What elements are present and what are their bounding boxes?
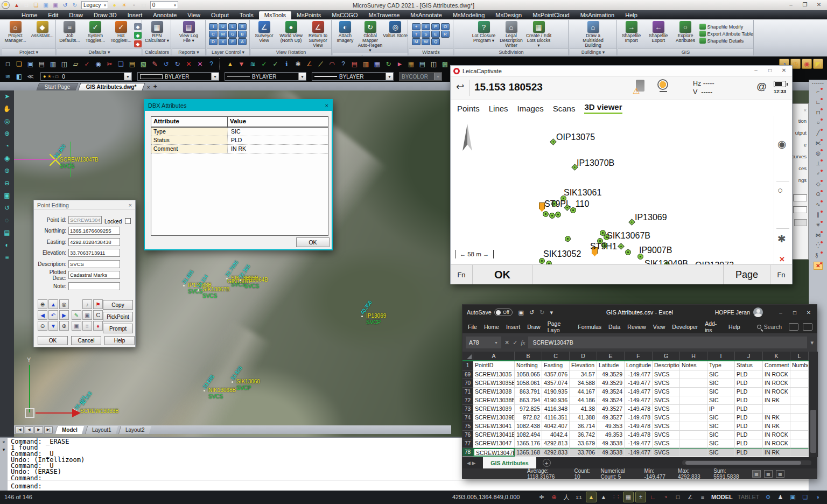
leica-tab-3d-viewer[interactable]: 3D viewer [584,102,622,114]
pencil-icon[interactable]: ✎ [72,310,81,320]
fx-icon[interactable]: fx [521,339,525,346]
excel-menu-help[interactable]: Help [728,324,740,330]
tool-icon-wizards-s[interactable]: S [422,31,430,38]
zoom-out-icon[interactable]: ⊖ [38,321,47,331]
undo-icon[interactable]: ↶ [48,310,58,320]
snap-apparent-int-icon[interactable]: ○ [814,118,823,127]
settings-gear-icon[interactable]: ✱ [293,59,303,69]
zoom-in-icon[interactable]: ⊕ [59,321,69,331]
ribbon-tab-home[interactable]: Home [16,11,43,19]
snap-midpoint-icon[interactable]: ∟ [814,98,823,106]
query-icon[interactable]: ? [338,59,348,69]
input-note[interactable] [68,282,120,290]
tool-icon-layer-control-x[interactable]: X [219,38,227,45]
pan-left-icon[interactable]: ◀ [38,310,47,320]
minimize-button[interactable]: – [774,305,788,320]
layout-nav-last-icon[interactable]: ▶| [44,426,53,433]
snap-insert-icon[interactable]: ◇ [814,180,823,188]
ribbon-tab-draw[interactable]: Draw [64,11,88,19]
ribbon-group-label[interactable]: Defaults ▾ [57,48,142,55]
ribbon-group-label[interactable]: Wizards [409,48,453,55]
named-views-icon[interactable]: ▤ [4,229,10,236]
new-file-icon[interactable]: □ [3,59,13,69]
fn-right-key[interactable]: Fn [770,271,792,279]
snap-from-icon[interactable]: ✳ [814,221,823,229]
input-plotted-desc[interactable]: Cadastral Marks [68,271,120,279]
layer-prev-icon[interactable]: ◧ [14,72,24,82]
leica-tab-points[interactable]: Points [457,104,480,113]
status-icon-7[interactable]: ▦ [623,492,634,502]
survey-point-marker[interactable] [555,212,561,218]
table-row-72[interactable]: 72SCREW13038B863.7944190.93644.18649.352… [462,396,809,405]
excel-menu-add-ins[interactable]: Add-ins [705,320,721,333]
leica-tab-images[interactable]: Images [517,104,544,113]
ribbon-button-view-log-file[interactable]: ▤View Log File ▾ [176,21,202,43]
ribbon-tab-mspointcloud[interactable]: MsPointCloud [527,11,574,19]
fn-left-key[interactable]: Fn [451,271,472,279]
locked-checkbox[interactable] [125,218,131,224]
tool-icon-layer-control-m[interactable]: M [219,31,227,38]
globe-icon[interactable]: ◆ [134,32,142,39]
camera-icon[interactable]: ▣ [72,321,81,331]
layer-states-icon[interactable]: ≋ [3,72,13,82]
status-icon-9[interactable]: ∟ [648,492,658,502]
command-input[interactable]: Command: [8,480,827,492]
excel-horizontal-scrollbar[interactable] [682,460,811,465]
doc-tab-gis-attributes-dwg[interactable]: GIS Attributes.dwg* [78,83,145,90]
sheet-tab-gis-attributes[interactable]: GIS Attributes [483,457,536,468]
survey-point-marker[interactable] [543,211,549,217]
snap-tangent-icon[interactable]: ◎ [814,149,823,157]
ribbon-button-hot-toggles[interactable]: ✓Hot Toggles!... [108,21,134,43]
copy-button[interactable]: Copy [103,300,133,310]
speaker-icon[interactable]: ♪ [82,299,92,309]
color-dropdown[interactable]: BYLAYER▼ [137,72,219,81]
tool-icon-wizards-[interactable]: # [422,23,430,30]
survey-point-marker[interactable] [549,213,555,219]
redo-icon[interactable]: ↻ [71,1,79,9]
compass-icon[interactable]: ◆ [134,40,142,47]
draw-arc-icon[interactable]: ◠ [327,59,337,69]
tables-icon[interactable]: ▤ [417,59,427,69]
page-key[interactable]: Page [724,269,770,281]
point-slope-icon[interactable]: ≋ [248,59,258,69]
photo-icon[interactable]: ▣ [82,310,92,320]
survey-point-marker[interactable] [618,243,625,250]
ribbon-button-world-view-north-up[interactable]: ●World View (North Up) [278,21,304,43]
excel-menu-formulas[interactable]: Formulas [578,324,601,330]
layout-nav-next-icon[interactable]: ▶ [34,426,43,433]
pickpoint-button[interactable]: PickPoint [103,312,133,321]
tool-icon-layer-control-f[interactable]: F [228,38,237,45]
layer-dropdown[interactable]: ●☀▫□ 0▼ [40,72,132,81]
tool-icon-wizards-t[interactable]: T [412,31,420,38]
measure-icon[interactable]: ⟋ [316,59,326,69]
layer-quick-dropdown[interactable]: 0▾ [150,1,178,9]
calculator-icon[interactable]: ▦ [406,59,416,69]
purge-icon[interactable]: ✕ [195,59,205,69]
close-icon[interactable]: × [129,202,132,208]
tool-icon-layer-control-i[interactable]: I [209,23,218,30]
ribbon-button-valtus-store[interactable]: ◎Valtus Store [383,21,408,38]
zoom-in-icon[interactable]: ⊕ [4,167,10,174]
excel-search[interactable]: Search [757,324,782,330]
style-dropdown[interactable]: Legacy▾ [81,1,108,9]
ribbon-button-create-edit-lots-blocks[interactable]: ▦Create / Edit Lots Blocks ▾ [525,21,552,48]
flag-icon[interactable]: ⚑ [93,299,103,309]
close-button[interactable]: ✕ [802,305,816,320]
save-as-icon[interactable]: ▣ [51,1,60,9]
layers-icon[interactable]: ❏ [800,492,811,502]
angle-tool-icon[interactable]: ∠ [304,59,314,69]
col-header-A[interactable]: A [473,352,515,360]
zoom-extents-icon[interactable]: ▣ [4,192,10,199]
undo-icon[interactable]: ↺ [161,59,171,69]
search-magnifier-icon[interactable]: ○ [777,185,783,196]
excel-menu-data[interactable]: Data [608,324,620,330]
ribbon-button-lot-closure-program[interactable]: ?Lot Closure Program ▾ [471,21,497,43]
col-header-L[interactable]: L [790,352,809,360]
customize-toolbar-icon[interactable]: ▾ [550,309,553,316]
snap-quadrant-icon[interactable]: ⋉ [814,139,823,147]
ribbon-group-label[interactable]: Reports ▾ [172,48,205,55]
ribbon-group-label[interactable]: Buildings ▾ [570,48,616,55]
avatar[interactable] [753,307,763,317]
leica-tab-lines[interactable]: Lines [489,104,508,113]
table-row-69[interactable]: 69SCREW130351058.0654357.07634.5749.3529… [462,370,809,379]
